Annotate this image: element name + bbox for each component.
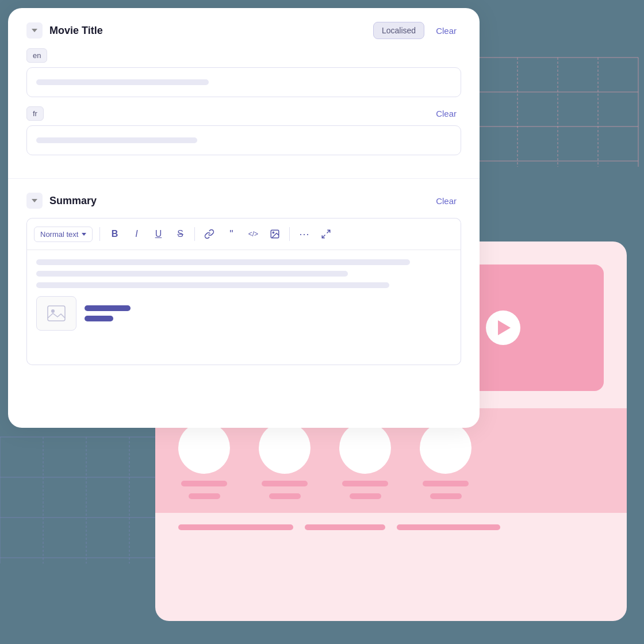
summary-collapse-button[interactable]: [26, 193, 43, 209]
avatar-sublabel-3: [350, 493, 381, 499]
summary-clear-button[interactable]: Clear: [431, 194, 461, 208]
svg-line-20: [327, 230, 330, 233]
toolbar-divider-2: [194, 227, 195, 241]
svg-point-19: [273, 232, 274, 233]
editor-line-3: [36, 282, 389, 288]
italic-button[interactable]: I: [126, 224, 146, 244]
summary-header: Summary Clear: [26, 193, 461, 209]
lang-header-en: en: [26, 48, 461, 63]
movie-title-clear-button[interactable]: Clear: [431, 24, 461, 38]
lang-row-en: en: [26, 48, 461, 97]
editor-content-area[interactable]: [26, 250, 461, 365]
play-icon: [498, 320, 511, 335]
svg-point-23: [51, 309, 55, 313]
img-text-bar-1: [85, 305, 131, 311]
movie-title-label: Movie Title: [49, 25, 103, 37]
localised-badge-button[interactable]: Localised: [373, 22, 424, 39]
avatar-sublabel-1: [189, 493, 220, 499]
fr-placeholder-bar: [36, 137, 197, 143]
en-input-field[interactable]: [26, 67, 461, 97]
more-button[interactable]: ···: [294, 224, 314, 244]
en-placeholder-bar: [36, 79, 209, 85]
collapse-button[interactable]: [26, 22, 43, 39]
lang-header-fr: fr Clear: [26, 106, 461, 121]
avatar-sublabel-4: [430, 493, 462, 499]
movie-title-section: Movie Title Localised Clear en fr: [8, 8, 480, 179]
avatar-label-3: [342, 481, 388, 486]
strikethrough-button[interactable]: S: [170, 224, 190, 244]
bottom-bar-1: [178, 524, 293, 530]
fr-input-field[interactable]: [26, 125, 461, 155]
circle-item-1: [178, 422, 230, 499]
avatar-4: [420, 422, 471, 474]
editor-image-placeholder: [36, 296, 76, 331]
svg-line-21: [323, 235, 325, 238]
section-title-row: Movie Title: [26, 22, 103, 39]
img-text-bar-2: [85, 316, 113, 321]
chevron-down-icon: [32, 29, 37, 32]
avatar-sublabel-2: [269, 493, 301, 499]
avatar-label-4: [423, 481, 469, 486]
rich-text-editor[interactable]: Normal text B I U S ": [26, 218, 461, 365]
bottom-bars-row: [155, 513, 627, 542]
lang-row-fr: fr Clear: [26, 106, 461, 155]
movie-title-header: Movie Title Localised Clear: [26, 22, 461, 39]
white-form-card: Movie Title Localised Clear en fr: [8, 8, 480, 428]
avatar-3: [339, 422, 391, 474]
link-button[interactable]: [200, 224, 219, 244]
play-button[interactable]: [486, 310, 520, 345]
summary-chevron-icon: [32, 199, 37, 202]
dropdown-chevron-icon: [82, 233, 86, 236]
avatar-1: [178, 422, 230, 474]
fr-clear-button[interactable]: Clear: [431, 106, 461, 121]
editor-line-1: [36, 259, 410, 265]
toolbar-divider-3: [289, 227, 290, 241]
editor-toolbar: Normal text B I U S ": [26, 218, 461, 250]
quote-button[interactable]: ": [221, 224, 241, 244]
editor-img-text: [85, 305, 131, 321]
text-style-label: Normal text: [40, 230, 78, 239]
lang-badge-en: en: [26, 48, 47, 63]
avatar-label-1: [181, 481, 227, 486]
summary-label: Summary: [49, 195, 97, 207]
movie-title-actions: Localised Clear: [373, 22, 461, 39]
circle-item-3: [339, 422, 391, 499]
underline-button[interactable]: U: [148, 224, 168, 244]
bottom-bar-2: [305, 524, 385, 530]
svg-rect-22: [48, 306, 65, 321]
avatar-label-2: [262, 481, 308, 486]
lang-badge-fr: fr: [26, 106, 44, 121]
circle-item-2: [259, 422, 310, 499]
code-button[interactable]: </>: [243, 224, 263, 244]
editor-image-row: [36, 296, 451, 331]
text-style-dropdown[interactable]: Normal text: [34, 227, 93, 242]
fullscreen-button[interactable]: [316, 224, 336, 244]
image-button[interactable]: [265, 224, 285, 244]
summary-section: Summary Clear Normal text B I U S: [8, 179, 480, 379]
bold-button[interactable]: B: [105, 224, 124, 244]
editor-line-2: [36, 271, 348, 277]
circle-item-4: [420, 422, 471, 499]
avatar-2: [259, 422, 310, 474]
toolbar-divider-1: [99, 227, 100, 241]
bottom-bar-3: [397, 524, 500, 530]
summary-title-row: Summary: [26, 193, 97, 209]
